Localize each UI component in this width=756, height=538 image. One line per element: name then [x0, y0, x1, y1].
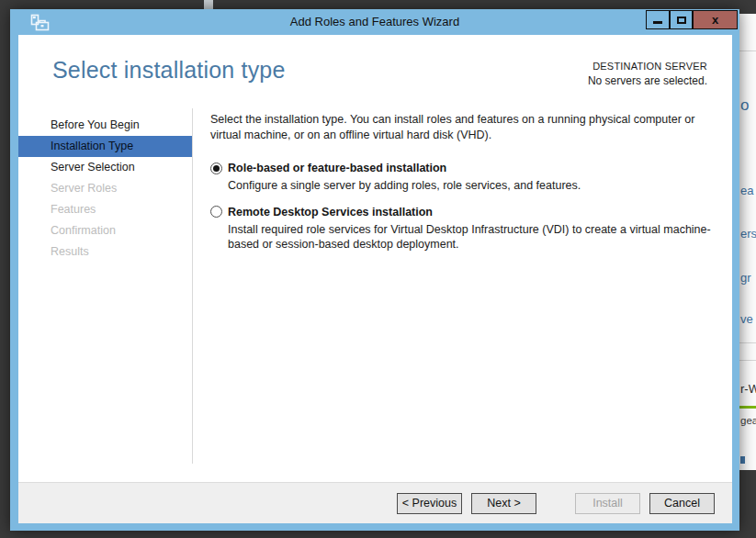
add-roles-features-wizard-dialog: Add Roles and Features Wizard x Select i… — [10, 9, 739, 531]
minimize-icon — [653, 21, 662, 24]
wizard-steps-sidebar: Before You Begin Installation Type Serve… — [18, 108, 192, 482]
previous-button[interactable]: < Previous — [397, 493, 462, 514]
background-text-fragment: gr — [740, 271, 751, 285]
background-text-fragment: ve — [740, 312, 753, 326]
background-panel-divider — [739, 360, 756, 361]
background-server-manager-window[interactable]: o ea ers gr ve r-W gea — [739, 14, 756, 470]
option-role-based[interactable]: Role-based or feature-based installation… — [210, 162, 713, 194]
sidebar-item-installation-type[interactable]: Installation Type — [18, 136, 192, 157]
option-role-based-description: Configure a single server by adding role… — [228, 178, 713, 194]
destination-server-label: DESTINATION SERVER — [588, 60, 707, 73]
wizard-footer: < Previous Next > Install Cancel — [18, 482, 732, 523]
sidebar-item-server-selection[interactable]: Server Selection — [18, 157, 192, 178]
background-text-fragment: gea — [740, 415, 756, 426]
background-panel-divider — [739, 50, 756, 51]
background-panel-divider — [739, 342, 756, 343]
background-text-fragment — [740, 456, 745, 464]
sidebar-item-before-you-begin[interactable]: Before You Begin — [18, 115, 192, 136]
background-text-fragment: r-W — [740, 382, 756, 396]
close-button[interactable]: x — [693, 10, 738, 29]
background-window-edge — [204, 0, 213, 9]
sidebar-item-results: Results — [18, 241, 192, 263]
pane-description: Select the installation type. You can in… — [210, 112, 713, 142]
cancel-button[interactable]: Cancel — [649, 493, 715, 514]
titlebar[interactable]: Add Roles and Features Wizard x — [10, 9, 739, 35]
option-role-based-label: Role-based or feature-based installation — [228, 162, 446, 174]
radio-remote-desktop[interactable] — [210, 206, 222, 218]
sidebar-item-features: Features — [18, 199, 192, 220]
install-button: Install — [575, 493, 640, 514]
next-button[interactable]: Next > — [471, 493, 536, 514]
page-header: Select installation type DESTINATION SER… — [18, 35, 732, 108]
background-text-fragment: ers — [740, 227, 756, 241]
page-title: Select installation type — [52, 57, 286, 84]
close-icon: x — [712, 13, 718, 27]
window-title: Add Roles and Features Wizard — [10, 15, 739, 28]
option-remote-desktop[interactable]: Remote Desktop Services installation Ins… — [210, 206, 713, 252]
wizard-content: Select installation type DESTINATION SER… — [18, 35, 732, 482]
option-remote-desktop-description: Install required role services for Virtu… — [228, 222, 713, 252]
background-text-fragment: o — [740, 96, 749, 115]
background-text-fragment: ea — [740, 184, 753, 197]
destination-server-block: DESTINATION SERVER No servers are select… — [588, 60, 707, 89]
sidebar-item-confirmation: Confirmation — [18, 220, 192, 241]
option-remote-desktop-label: Remote Desktop Services installation — [228, 206, 433, 219]
maximize-button[interactable] — [670, 10, 693, 29]
background-status-green-bar — [739, 406, 756, 409]
destination-server-status: No servers are selected. — [588, 73, 707, 89]
installation-type-pane: Select the installation type. You can in… — [193, 108, 732, 482]
radio-role-based[interactable] — [210, 163, 222, 174]
sidebar-item-server-roles: Server Roles — [18, 178, 192, 199]
maximize-icon — [677, 17, 686, 24]
minimize-button[interactable] — [646, 10, 670, 29]
